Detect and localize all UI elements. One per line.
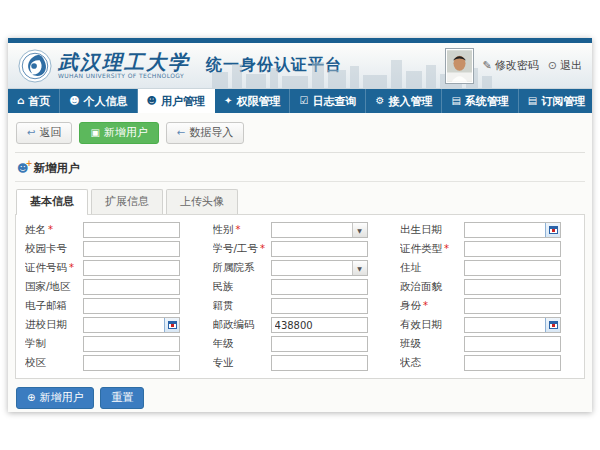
app-header: 武汉理工大学 WUHAN UNIVERSITY OF TECHNOLOGY 统一… — [8, 43, 592, 89]
campus-card-no-label: 校园卡号 — [25, 242, 83, 256]
campus-card-no-input[interactable] — [83, 241, 180, 257]
id-number-text-input[interactable] — [84, 261, 179, 275]
form-field-identity: 身份* — [400, 298, 575, 314]
calendar-icon[interactable] — [545, 318, 560, 332]
nav-tab-log-query[interactable]: ☑日志查询 — [290, 89, 366, 113]
identity-input[interactable] — [464, 298, 561, 314]
email-input[interactable] — [83, 298, 180, 314]
native-place-text-input[interactable] — [272, 299, 367, 313]
nav-tab-access-mgmt[interactable]: ⚙接入管理 — [366, 89, 442, 113]
nav-tab-personal-info[interactable]: ☻个人信息 — [60, 89, 137, 113]
enrollment-date-label-text: 进校日期 — [25, 318, 67, 330]
email-text-input[interactable] — [84, 299, 179, 313]
plus-circle-icon: ⊕ — [27, 393, 35, 403]
major-text-input[interactable] — [272, 356, 367, 370]
enrollment-date-label: 进校日期 — [25, 318, 83, 332]
form-field-department: 所属院系▼ — [213, 260, 385, 276]
postal-code-input[interactable] — [271, 317, 368, 333]
reset-button[interactable]: 重置 — [100, 387, 144, 409]
tab-upload-avatar[interactable]: 上传头像 — [166, 189, 238, 214]
ethnicity-text-input[interactable] — [272, 280, 367, 294]
back-button[interactable]: ↩ 返回 — [16, 122, 72, 144]
id-type-input[interactable] — [464, 241, 561, 257]
enrollment-date-text-input[interactable] — [84, 318, 164, 332]
valid-date-text-input[interactable] — [465, 318, 545, 332]
name-text-input[interactable] — [84, 223, 179, 237]
toolbar-add-user-button[interactable]: ▣ 新增用户 — [79, 122, 158, 144]
class-input[interactable] — [464, 336, 561, 352]
change-password-link[interactable]: ✎ 修改密码 — [483, 58, 539, 73]
enrollment-date-input[interactable] — [83, 317, 180, 333]
section-title: 新增用户 — [33, 161, 79, 176]
nav-tab-system-mgmt[interactable]: ▤系统管理 — [442, 89, 518, 113]
status-input[interactable] — [464, 355, 561, 371]
department-text-input[interactable] — [272, 261, 352, 275]
ethnicity-input[interactable] — [271, 279, 368, 295]
class-text-input[interactable] — [465, 337, 560, 351]
form-field-major: 专业 — [213, 355, 385, 371]
data-import-button[interactable]: ← 数据导入 — [166, 122, 244, 144]
email-label-text: 电子邮箱 — [25, 299, 67, 311]
country-region-text-input[interactable] — [84, 280, 179, 294]
birth-date-text-input[interactable] — [465, 223, 545, 237]
id-type-text-input[interactable] — [465, 242, 560, 256]
address-input[interactable] — [464, 260, 561, 276]
campus-input[interactable] — [83, 355, 180, 371]
campus-card-no-text-input[interactable] — [84, 242, 179, 256]
gender-text-input[interactable] — [272, 223, 352, 237]
country-region-input[interactable] — [83, 279, 180, 295]
logout-link[interactable]: ⊙ 退出 — [548, 58, 582, 73]
form-field-political-status: 政治面貌 — [400, 279, 575, 295]
calendar-icon[interactable] — [545, 223, 560, 237]
ethnicity-label-text: 民族 — [213, 280, 234, 292]
name-input[interactable] — [83, 222, 180, 238]
identity-text-input[interactable] — [465, 299, 560, 313]
id-type-label-text: 证件类型 — [400, 242, 442, 254]
student-staff-id-input[interactable] — [271, 241, 368, 257]
grade-input[interactable] — [271, 336, 368, 352]
dropdown-arrow-icon[interactable]: ▼ — [352, 261, 367, 275]
tab-basic-info[interactable]: 基本信息 — [16, 189, 88, 214]
political-status-input[interactable] — [464, 279, 561, 295]
dropdown-arrow-icon[interactable]: ▼ — [352, 223, 367, 237]
add-user-submit-button[interactable]: ⊕ 新增用户 — [16, 387, 94, 409]
major-input[interactable] — [271, 355, 368, 371]
status-label: 状态 — [400, 356, 464, 370]
form-field-email: 电子邮箱 — [25, 298, 197, 314]
id-number-label-text: 证件号码 — [25, 261, 67, 273]
page-export-icon: ▣ — [90, 128, 99, 138]
university-brand: 武汉理工大学 WUHAN UNIVERSITY OF TECHNOLOGY — [58, 52, 190, 79]
student-staff-id-text-input[interactable] — [272, 242, 367, 256]
political-status-text-input[interactable] — [465, 280, 560, 294]
nav-tab-subscription-mgmt[interactable]: ▤订阅管理 — [519, 89, 592, 113]
valid-date-input[interactable] — [464, 317, 561, 333]
tab-extended-info[interactable]: 扩展信息 — [91, 189, 163, 214]
postal-code-text-input[interactable] — [272, 318, 367, 332]
nav-tab-home[interactable]: ⌂首页 — [8, 89, 60, 113]
schooling-length-input[interactable] — [83, 336, 180, 352]
status-text-input[interactable] — [465, 356, 560, 370]
calendar-icon[interactable] — [164, 318, 179, 332]
campus-label: 校区 — [25, 356, 83, 370]
political-status-label: 政治面貌 — [400, 280, 464, 294]
gender-input[interactable]: ▼ — [271, 222, 368, 238]
nav-tab-permission-mgmt[interactable]: ✦权限管理 — [215, 89, 290, 113]
nav-tab-user-mgmt[interactable]: ☻用户管理 — [138, 89, 215, 113]
toolbar: ↩ 返回 ▣ 新增用户 ← 数据导入 — [15, 119, 585, 153]
ethnicity-label: 民族 — [213, 280, 271, 294]
required-asterisk: * — [48, 224, 53, 235]
address-text-input[interactable] — [465, 261, 560, 275]
form-field-postal-code: 邮政编码 — [213, 317, 385, 333]
department-input[interactable]: ▼ — [271, 260, 368, 276]
folder-icon: ▤ — [528, 96, 537, 106]
campus-text-input[interactable] — [84, 356, 179, 370]
gear-icon: ⚙ — [375, 96, 384, 106]
country-region-label-text: 国家/地区 — [25, 280, 71, 292]
grade-label-text: 年级 — [213, 337, 234, 349]
id-number-input[interactable] — [83, 260, 180, 276]
data-import-label: 数据导入 — [189, 126, 233, 140]
native-place-input[interactable] — [271, 298, 368, 314]
grade-text-input[interactable] — [272, 337, 367, 351]
birth-date-input[interactable] — [464, 222, 561, 238]
schooling-length-text-input[interactable] — [84, 337, 179, 351]
